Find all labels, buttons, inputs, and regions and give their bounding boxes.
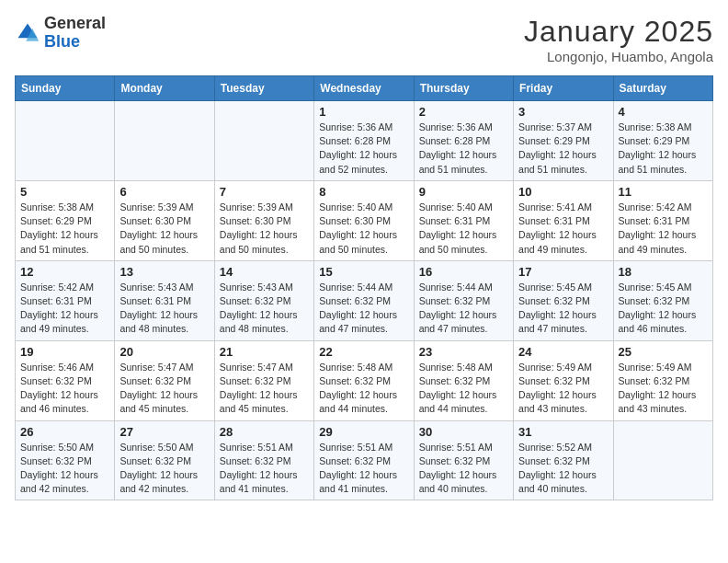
logo-general-text: General xyxy=(44,14,106,32)
cell-info: Sunrise: 5:40 AMSunset: 6:30 PMDaylight:… xyxy=(319,201,408,257)
cell-info: Sunrise: 5:51 AMSunset: 6:32 PMDaylight:… xyxy=(319,441,408,497)
cell-info: Sunrise: 5:48 AMSunset: 6:32 PMDaylight:… xyxy=(419,361,508,417)
day-number: 31 xyxy=(518,425,608,439)
day-number: 17 xyxy=(518,265,608,279)
cell-info: Sunrise: 5:45 AMSunset: 6:32 PMDaylight:… xyxy=(518,281,608,337)
cell-info: Sunrise: 5:51 AMSunset: 6:32 PMDaylight:… xyxy=(419,441,508,497)
calendar-cell: 22Sunrise: 5:48 AMSunset: 6:32 PMDayligh… xyxy=(314,340,414,420)
cell-info: Sunrise: 5:44 AMSunset: 6:32 PMDaylight:… xyxy=(419,281,508,337)
calendar-cell: 20Sunrise: 5:47 AMSunset: 6:32 PMDayligh… xyxy=(115,340,214,420)
calendar-cell: 10Sunrise: 5:41 AMSunset: 6:31 PMDayligh… xyxy=(514,180,613,260)
calendar-cell: 31Sunrise: 5:52 AMSunset: 6:32 PMDayligh… xyxy=(514,420,613,500)
calendar-cell: 7Sunrise: 5:39 AMSunset: 6:30 PMDaylight… xyxy=(214,180,313,260)
day-number: 15 xyxy=(319,265,408,279)
day-number: 8 xyxy=(319,185,408,199)
cell-info: Sunrise: 5:36 AMSunset: 6:28 PMDaylight:… xyxy=(419,121,508,177)
title-block: January 2025 Longonjo, Huambo, Angola xyxy=(524,15,713,64)
calendar-cell: 27Sunrise: 5:50 AMSunset: 6:32 PMDayligh… xyxy=(115,420,214,500)
cell-info: Sunrise: 5:49 AMSunset: 6:32 PMDaylight:… xyxy=(518,361,608,417)
calendar-cell: 8Sunrise: 5:40 AMSunset: 6:30 PMDaylight… xyxy=(314,180,414,260)
cell-info: Sunrise: 5:43 AMSunset: 6:32 PMDaylight:… xyxy=(220,281,309,337)
day-number: 26 xyxy=(20,425,109,439)
day-number: 21 xyxy=(220,345,309,359)
day-number: 29 xyxy=(319,425,408,439)
weekday-header: Saturday xyxy=(613,76,712,101)
month-year-title: January 2025 xyxy=(524,15,713,49)
calendar-cell: 18Sunrise: 5:45 AMSunset: 6:32 PMDayligh… xyxy=(613,260,712,340)
day-number: 18 xyxy=(619,265,708,279)
calendar-cell: 5Sunrise: 5:38 AMSunset: 6:29 PMDaylight… xyxy=(16,180,115,260)
cell-info: Sunrise: 5:44 AMSunset: 6:32 PMDaylight:… xyxy=(319,281,408,337)
day-number: 10 xyxy=(518,185,608,199)
day-number: 5 xyxy=(20,185,109,199)
calendar-cell xyxy=(16,101,115,181)
logo: General Blue xyxy=(15,15,106,52)
logo-icon xyxy=(15,20,40,46)
day-number: 2 xyxy=(419,105,508,119)
cell-info: Sunrise: 5:42 AMSunset: 6:31 PMDaylight:… xyxy=(20,281,109,337)
calendar-cell: 23Sunrise: 5:48 AMSunset: 6:32 PMDayligh… xyxy=(414,340,513,420)
cell-info: Sunrise: 5:43 AMSunset: 6:31 PMDaylight:… xyxy=(119,281,209,337)
weekday-header-row: SundayMondayTuesdayWednesdayThursdayFrid… xyxy=(16,76,713,101)
cell-info: Sunrise: 5:50 AMSunset: 6:32 PMDaylight:… xyxy=(119,441,209,497)
logo-blue-text: Blue xyxy=(44,32,80,51)
calendar-week-row: 19Sunrise: 5:46 AMSunset: 6:32 PMDayligh… xyxy=(16,340,713,420)
calendar-cell: 17Sunrise: 5:45 AMSunset: 6:32 PMDayligh… xyxy=(514,260,613,340)
cell-info: Sunrise: 5:38 AMSunset: 6:29 PMDaylight:… xyxy=(619,121,708,177)
day-number: 12 xyxy=(20,265,109,279)
day-number: 6 xyxy=(119,185,209,199)
day-number: 30 xyxy=(419,425,508,439)
calendar-week-row: 12Sunrise: 5:42 AMSunset: 6:31 PMDayligh… xyxy=(16,260,713,340)
calendar-cell: 24Sunrise: 5:49 AMSunset: 6:32 PMDayligh… xyxy=(514,340,613,420)
calendar-cell: 1Sunrise: 5:36 AMSunset: 6:28 PMDaylight… xyxy=(314,101,414,181)
calendar-cell: 29Sunrise: 5:51 AMSunset: 6:32 PMDayligh… xyxy=(314,420,414,500)
calendar-cell: 6Sunrise: 5:39 AMSunset: 6:30 PMDaylight… xyxy=(115,180,214,260)
cell-info: Sunrise: 5:45 AMSunset: 6:32 PMDaylight:… xyxy=(619,281,708,337)
location-subtitle: Longonjo, Huambo, Angola xyxy=(524,49,713,64)
day-number: 28 xyxy=(220,425,309,439)
day-number: 20 xyxy=(119,345,209,359)
cell-info: Sunrise: 5:37 AMSunset: 6:29 PMDaylight:… xyxy=(518,121,608,177)
day-number: 4 xyxy=(619,105,708,119)
day-number: 1 xyxy=(319,105,408,119)
calendar-cell xyxy=(115,101,214,181)
weekday-header: Tuesday xyxy=(214,76,313,101)
cell-info: Sunrise: 5:39 AMSunset: 6:30 PMDaylight:… xyxy=(220,201,309,257)
calendar-week-row: 1Sunrise: 5:36 AMSunset: 6:28 PMDaylight… xyxy=(16,101,713,181)
day-number: 25 xyxy=(619,345,708,359)
cell-info: Sunrise: 5:47 AMSunset: 6:32 PMDaylight:… xyxy=(119,361,209,417)
weekday-header: Monday xyxy=(115,76,214,101)
cell-info: Sunrise: 5:46 AMSunset: 6:32 PMDaylight:… xyxy=(20,361,109,417)
day-number: 9 xyxy=(419,185,508,199)
calendar-cell: 30Sunrise: 5:51 AMSunset: 6:32 PMDayligh… xyxy=(414,420,513,500)
calendar-week-row: 26Sunrise: 5:50 AMSunset: 6:32 PMDayligh… xyxy=(16,420,713,500)
cell-info: Sunrise: 5:52 AMSunset: 6:32 PMDaylight:… xyxy=(518,441,608,497)
day-number: 16 xyxy=(419,265,508,279)
calendar-table: SundayMondayTuesdayWednesdayThursdayFrid… xyxy=(15,75,713,500)
day-number: 13 xyxy=(119,265,209,279)
cell-info: Sunrise: 5:38 AMSunset: 6:29 PMDaylight:… xyxy=(20,201,109,257)
day-number: 23 xyxy=(419,345,508,359)
calendar-cell: 12Sunrise: 5:42 AMSunset: 6:31 PMDayligh… xyxy=(16,260,115,340)
day-number: 19 xyxy=(20,345,109,359)
weekday-header: Friday xyxy=(514,76,613,101)
calendar-cell: 2Sunrise: 5:36 AMSunset: 6:28 PMDaylight… xyxy=(414,101,513,181)
day-number: 14 xyxy=(220,265,309,279)
calendar-cell: 25Sunrise: 5:49 AMSunset: 6:32 PMDayligh… xyxy=(613,340,712,420)
calendar-cell xyxy=(214,101,313,181)
cell-info: Sunrise: 5:36 AMSunset: 6:28 PMDaylight:… xyxy=(319,121,408,177)
day-number: 11 xyxy=(619,185,708,199)
calendar-cell: 21Sunrise: 5:47 AMSunset: 6:32 PMDayligh… xyxy=(214,340,313,420)
page-header: General Blue January 2025 Longonjo, Huam… xyxy=(15,15,713,64)
calendar-cell: 4Sunrise: 5:38 AMSunset: 6:29 PMDaylight… xyxy=(613,101,712,181)
cell-info: Sunrise: 5:50 AMSunset: 6:32 PMDaylight:… xyxy=(20,441,109,497)
calendar-cell: 16Sunrise: 5:44 AMSunset: 6:32 PMDayligh… xyxy=(414,260,513,340)
cell-info: Sunrise: 5:49 AMSunset: 6:32 PMDaylight:… xyxy=(619,361,708,417)
calendar-cell xyxy=(613,420,712,500)
day-number: 27 xyxy=(119,425,209,439)
cell-info: Sunrise: 5:41 AMSunset: 6:31 PMDaylight:… xyxy=(518,201,608,257)
calendar-cell: 11Sunrise: 5:42 AMSunset: 6:31 PMDayligh… xyxy=(613,180,712,260)
cell-info: Sunrise: 5:42 AMSunset: 6:31 PMDaylight:… xyxy=(619,201,708,257)
cell-info: Sunrise: 5:51 AMSunset: 6:32 PMDaylight:… xyxy=(220,441,309,497)
day-number: 22 xyxy=(319,345,408,359)
